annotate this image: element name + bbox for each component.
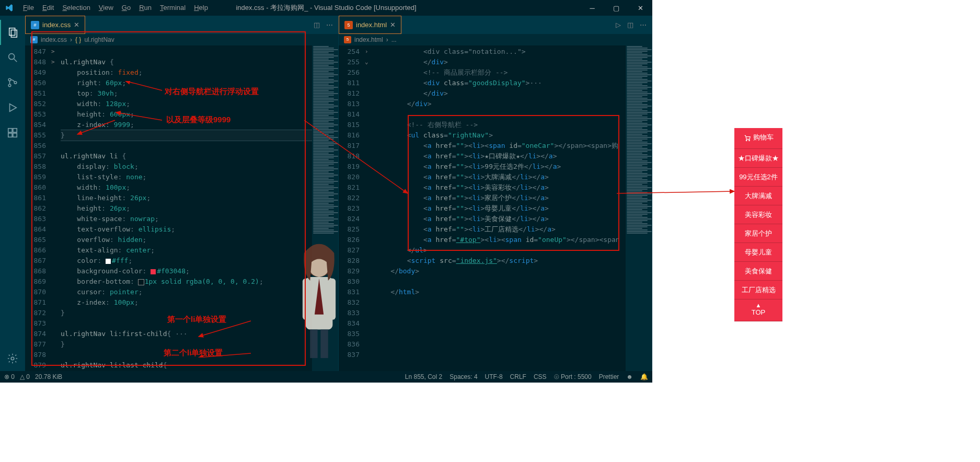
status-eol[interactable]: CRLF [510, 373, 526, 380]
svg-rect-11 [13, 129, 17, 132]
rightnav-item[interactable]: 母婴儿童 [734, 243, 782, 262]
svg-point-2 [9, 54, 15, 60]
status-errors[interactable]: ⊗ 0 [4, 373, 15, 380]
code-editor-left[interactable]: 847 848 849 850 851 852 853 854 855 856 … [25, 45, 338, 371]
status-bell-icon[interactable]: 🔔 [640, 373, 648, 380]
status-language[interactable]: CSS [534, 373, 547, 380]
code-editor-right[interactable]: 254 255 256 811 812 813 814 815 816 817 … [339, 45, 652, 371]
svg-rect-1 [11, 30, 17, 37]
search-icon[interactable] [0, 45, 25, 70]
menu-selection[interactable]: Selection [58, 0, 94, 16]
rightnav-item[interactable]: 美食保健 [734, 262, 782, 281]
activity-bar [0, 16, 25, 371]
editor-group-right: 5 index.html ✕ ▷ ◫ ⋯ 5 index.html › ... [339, 16, 652, 371]
status-bar: ⊗ 0 △ 0 20.78 KiB Ln 855, Col 2 Spaces: … [0, 371, 652, 383]
vscode-logo-icon [0, 4, 19, 12]
status-feedback-icon[interactable]: ☻ [626, 373, 633, 380]
explorer-icon[interactable] [0, 20, 25, 45]
editor-group-left: # index.css ✕ ◫ ⋯ # index.css › { } ul.r… [25, 16, 339, 371]
more-actions-icon[interactable]: ⋯ [326, 21, 333, 29]
menubar: FileEditSelectionViewGoRunTerminalHelp [19, 0, 212, 16]
split-editor-icon[interactable]: ◫ [627, 21, 633, 29]
menu-terminal[interactable]: Terminal [156, 0, 190, 16]
tab-bar-right: 5 index.html ✕ ▷ ◫ ⋯ [339, 16, 652, 34]
svg-rect-16 [303, 279, 310, 320]
svg-point-6 [14, 82, 17, 84]
rightnav-item[interactable]: 美容彩妆 [734, 205, 782, 224]
svg-marker-7 [10, 104, 17, 112]
status-indentation[interactable]: Spaces: 4 [449, 373, 477, 380]
menu-file[interactable]: File [19, 0, 38, 16]
rightnav-item[interactable]: 家居个护 [734, 224, 782, 243]
svg-rect-10 [13, 133, 17, 137]
svg-rect-0 [9, 28, 15, 36]
status-cursor-pos[interactable]: Ln 855, Col 2 [405, 373, 442, 380]
tab-bar-left: # index.css ✕ ◫ ⋯ [25, 16, 338, 34]
css-file-icon: # [30, 36, 38, 43]
window-controls: ─ ▢ ✕ [580, 0, 652, 16]
rightnav-item[interactable]: 购物车 [734, 128, 782, 149]
minimize-button[interactable]: ─ [580, 0, 604, 16]
minimap-right[interactable] [626, 45, 652, 371]
breadcrumb-left[interactable]: # index.css › { } ul.rightNav [25, 34, 338, 45]
svg-rect-18 [310, 330, 317, 359]
html-file-icon: 5 [344, 36, 351, 43]
svg-point-28 [748, 140, 750, 141]
status-liveserver[interactable]: ⦾ Port : 5500 [554, 373, 592, 380]
rightnav-top[interactable]: ▲TOP [734, 299, 782, 321]
right-nav-preview: 购物车★口碑爆款★99元任选2件大牌满减美容彩妆家居个护母婴儿童美食保健工厂店精… [734, 128, 782, 321]
rightnav-item[interactable]: 大牌满减 [734, 187, 782, 205]
maximize-button[interactable]: ▢ [604, 0, 628, 16]
tab-label: index.html [356, 21, 387, 29]
svg-rect-17 [328, 279, 336, 320]
status-warnings[interactable]: △ 0 [20, 373, 30, 380]
menu-run[interactable]: Run [135, 0, 156, 16]
svg-rect-8 [8, 129, 12, 132]
tab-close-icon[interactable]: ✕ [390, 21, 396, 29]
close-button[interactable]: ✕ [628, 0, 652, 16]
tab-label: index.css [42, 21, 71, 29]
css-file-icon: # [31, 21, 39, 29]
svg-point-27 [746, 140, 747, 141]
more-actions-icon[interactable]: ⋯ [640, 21, 647, 29]
svg-rect-9 [8, 133, 12, 137]
rightnav-item[interactable]: 99元任选2件 [734, 168, 782, 187]
status-filesize[interactable]: 20.78 KiB [35, 373, 62, 380]
menu-go[interactable]: Go [118, 0, 135, 16]
svg-rect-19 [320, 330, 328, 359]
extensions-icon[interactable] [0, 120, 25, 145]
svg-point-5 [8, 84, 11, 87]
status-prettier[interactable]: Prettier [599, 373, 619, 380]
svg-point-4 [8, 78, 11, 81]
tab-index-css[interactable]: # index.css ✕ [25, 16, 85, 34]
window-title: index.css - 考拉海购网_ - Visual Studio Code … [236, 3, 416, 13]
tab-index-html[interactable]: 5 index.html ✕ [339, 16, 401, 34]
svg-line-3 [14, 59, 17, 62]
html-file-icon: 5 [344, 21, 353, 29]
split-editor-icon[interactable]: ◫ [314, 21, 320, 29]
source-control-icon[interactable] [0, 70, 25, 95]
rightnav-item[interactable]: ★口碑爆款★ [734, 149, 782, 168]
tab-close-icon[interactable]: ✕ [74, 21, 79, 29]
run-icon[interactable]: ▷ [616, 21, 621, 29]
titlebar: FileEditSelectionViewGoRunTerminalHelp i… [0, 0, 652, 16]
status-encoding[interactable]: UTF-8 [485, 373, 503, 380]
vscode-window: FileEditSelectionViewGoRunTerminalHelp i… [0, 0, 652, 383]
breadcrumb-right[interactable]: 5 index.html › ... [339, 34, 652, 45]
rightnav-item[interactable]: 工厂店精选 [734, 281, 782, 299]
menu-view[interactable]: View [95, 0, 118, 16]
svg-point-12 [11, 357, 14, 360]
menu-edit[interactable]: Edit [38, 0, 58, 16]
menu-help[interactable]: Help [190, 0, 212, 16]
editor-area: # index.css ✕ ◫ ⋯ # index.css › { } ul.r… [25, 16, 652, 371]
settings-gear-icon[interactable] [0, 346, 25, 371]
brackets-icon: { } [75, 36, 81, 43]
run-debug-icon[interactable] [0, 95, 25, 120]
